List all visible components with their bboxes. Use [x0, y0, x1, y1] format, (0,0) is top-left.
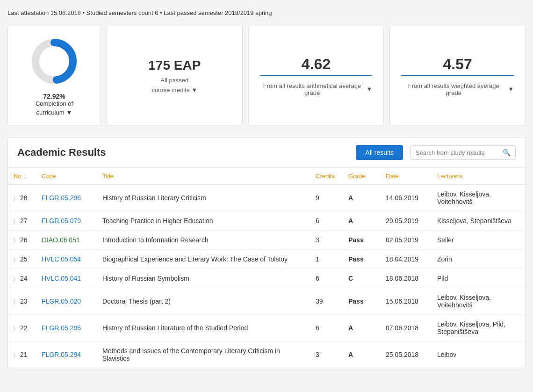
row-grade: A [343, 341, 380, 368]
col-grade: Grade [343, 168, 380, 185]
row-number: 28 [20, 194, 28, 202]
search-icon: 🔍 [503, 149, 511, 156]
col-no[interactable]: No ↓ [8, 168, 36, 185]
arithmetic-grade-card: 4.62 From all results arithmetical avera… [248, 26, 384, 126]
weighted-grade-value: 4.57 [443, 56, 472, 73]
eap-dropdown[interactable]: course credits ▼ [151, 87, 197, 94]
code-link[interactable]: HVLC.05.041 [42, 275, 81, 282]
row-title: History of Russian Literature of the Stu… [97, 315, 310, 341]
row-date: 07.06.2018 [380, 315, 432, 341]
expand-icon[interactable]: 〉 [14, 276, 15, 282]
all-results-button[interactable]: All results [356, 145, 403, 160]
row-code: FLGR.05.295 [36, 315, 97, 341]
row-date: 02.05.2019 [380, 231, 432, 250]
code-link[interactable]: FLGR.05.295 [42, 324, 81, 332]
expand-icon[interactable]: 〉 [14, 195, 15, 202]
search-input[interactable] [416, 149, 500, 156]
row-number: 26 [20, 236, 28, 244]
row-date: 29.05.2019 [380, 211, 432, 231]
expand-icon[interactable]: 〉 [14, 298, 15, 305]
row-code: HVLC.05.041 [36, 269, 97, 288]
code-link[interactable]: HVLC.05.054 [42, 255, 81, 263]
row-expand-no: 〉 25 [8, 250, 36, 269]
table-row: 〉 27 FLGR.05.079 Teaching Practice in Hi… [8, 211, 525, 231]
row-title: Doctoral Thesis (part 2) [97, 288, 310, 315]
results-section: Academic Results All results 🔍 No ↓ Code [7, 137, 526, 368]
row-credits: 3 [310, 231, 343, 250]
table-row: 〉 25 HVLC.05.054 Biographical Experience… [8, 250, 525, 269]
row-credits: 39 [310, 288, 343, 315]
weighted-grade-card: 4.57 From all results weighted average g… [389, 26, 526, 126]
code-link[interactable]: FLGR.05.296 [42, 194, 81, 202]
row-grade: Pass [343, 288, 380, 315]
table-body: 〉 28 FLGR.05.296 History of Russian Lite… [8, 185, 525, 368]
donut-card: 72.92% Completion of curriculum ▼ [7, 26, 101, 126]
row-code: FLGR.05.294 [36, 341, 97, 368]
row-expand-no: 〉 26 [8, 231, 36, 250]
stats-row: 72.92% Completion of curriculum ▼ 175 EA… [7, 26, 526, 126]
code-link[interactable]: FLGR.05.294 [42, 351, 81, 358]
row-title: Introduction to Information Research [97, 231, 310, 250]
row-grade: A [343, 185, 380, 211]
grade-underline2 [401, 75, 514, 76]
expand-icon[interactable]: 〉 [14, 256, 15, 263]
row-grade: Pass [343, 250, 380, 269]
table-row: 〉 22 FLGR.05.295 History of Russian Lite… [8, 315, 525, 341]
weighted-grade-dropdown[interactable]: From all results weighted average grade … [401, 82, 514, 96]
row-title: Methods and Issues of the Contemporary L… [97, 341, 310, 368]
donut-sub1: Completion of [36, 100, 73, 107]
donut-chart [29, 36, 80, 87]
code-link[interactable]: FLGR.05.079 [42, 217, 81, 225]
sort-icon-no: ↓ [24, 174, 26, 179]
search-container: 🔍 [411, 145, 516, 160]
expand-icon[interactable]: 〉 [14, 325, 15, 332]
code-link[interactable]: FLGR.05.020 [42, 298, 81, 305]
col-title: Title [97, 168, 310, 185]
row-number: 23 [20, 298, 28, 305]
row-code: FLGR.05.296 [36, 185, 97, 211]
row-date: 25.05.2018 [380, 341, 432, 368]
row-title: Biographical Experience and Literary Wor… [97, 250, 310, 269]
eap-label1: All passed [160, 77, 188, 84]
row-expand-no: 〉 23 [8, 288, 36, 315]
row-expand-no: 〉 22 [8, 315, 36, 341]
eap-label2: course credits [151, 87, 189, 94]
weighted-chevron[interactable]: ▼ [508, 86, 514, 93]
arithmetic-chevron[interactable]: ▼ [366, 86, 372, 93]
row-grade: Pass [343, 231, 380, 250]
arithmetic-grade-dropdown[interactable]: From all results arithmetical average gr… [260, 82, 373, 96]
row-code: FLGR.05.079 [36, 211, 97, 231]
donut-chevron[interactable]: ▼ [66, 109, 72, 116]
col-date: Date [380, 168, 432, 185]
eap-chevron[interactable]: ▼ [191, 87, 197, 94]
table-row: 〉 26 OIAO.06.051 Introduction to Informa… [8, 231, 525, 250]
eap-value: 175 EAP [148, 58, 201, 73]
donut-percent: 72.92% [43, 93, 65, 100]
row-date: 18.04.2019 [380, 250, 432, 269]
row-code: HVLC.05.054 [36, 250, 97, 269]
expand-icon[interactable]: 〉 [14, 237, 15, 244]
table-row: 〉 28 FLGR.05.296 History of Russian Lite… [8, 185, 525, 211]
weighted-grade-label: From all results weighted average grade [401, 82, 506, 96]
row-code: OIAO.06.051 [36, 231, 97, 250]
code-link[interactable]: OIAO.06.051 [42, 236, 80, 244]
arithmetic-grade-label: From all results arithmetical average gr… [260, 82, 365, 96]
row-number: 27 [20, 217, 28, 225]
row-title: Teaching Practice in Higher Education [97, 211, 310, 231]
row-expand-no: 〉 28 [8, 185, 36, 211]
row-lecturers: Pild [432, 269, 525, 288]
row-grade: A [343, 211, 380, 231]
row-credits: 6 [310, 211, 343, 231]
table-row: 〉 21 FLGR.05.294 Methods and Issues of t… [8, 341, 525, 368]
row-credits: 9 [310, 185, 343, 211]
row-credits: 6 [310, 315, 343, 341]
expand-icon[interactable]: 〉 [14, 218, 15, 225]
row-grade: C [343, 269, 380, 288]
expand-icon[interactable]: 〉 [14, 352, 15, 358]
row-expand-no: 〉 21 [8, 341, 36, 368]
col-lecturers: Lecturers [432, 168, 525, 185]
row-date: 15.06.2018 [380, 288, 432, 315]
row-expand-no: 〉 27 [8, 211, 36, 231]
row-lecturers: Leibov, Kisseljova, Voitehhovitš [432, 288, 525, 315]
donut-dropdown[interactable]: curriculum ▼ [36, 109, 72, 116]
